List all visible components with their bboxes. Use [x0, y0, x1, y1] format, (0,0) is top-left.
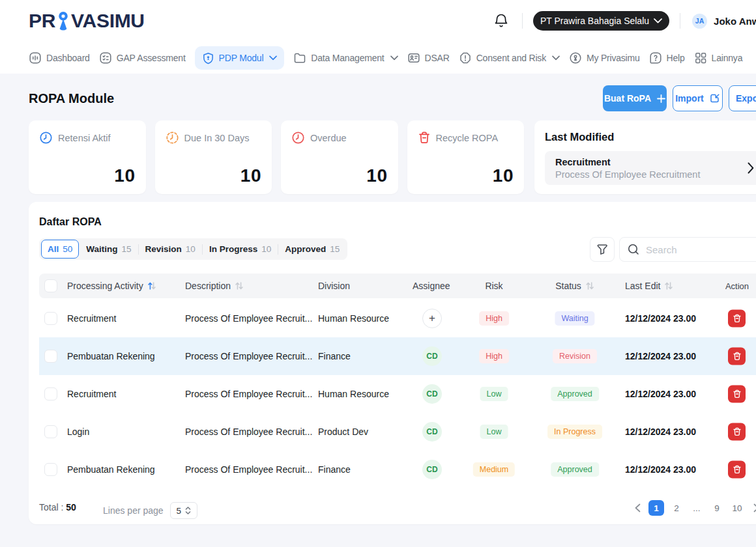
- stat-card-recycle-ropa[interactable]: Recycle ROPA 10: [407, 120, 525, 194]
- tab-waiting[interactable]: Waiting15: [80, 238, 138, 260]
- header-divider: [522, 13, 523, 29]
- chevron-left-icon: [635, 503, 641, 512]
- row-checkbox[interactable]: [44, 463, 57, 476]
- cell-description: Process Of Employee Recruit...: [185, 464, 312, 475]
- column-description[interactable]: Description: [185, 281, 244, 291]
- tab-in-progress[interactable]: In Progress10: [203, 238, 278, 260]
- row-checkbox[interactable]: [44, 312, 57, 325]
- clock-icon: [291, 131, 305, 145]
- daftar-ropa-card: Daftar ROPA All50Waiting15Revision10In P…: [29, 202, 756, 524]
- pagination: 12...910: [631, 500, 756, 516]
- logo-text-post: VASIMU: [71, 9, 145, 33]
- export-button[interactable]: Export: [729, 85, 756, 111]
- keyhole-logo-icon: [57, 10, 70, 32]
- import-icon: [710, 93, 720, 104]
- status-badge: Approved: [551, 387, 599, 401]
- table-row[interactable]: Login Process Of Employee Recruit... Pro…: [39, 413, 756, 451]
- stat-value: 10: [240, 165, 261, 186]
- delete-row-button[interactable]: [728, 386, 746, 403]
- assignee-avatar[interactable]: CD: [422, 460, 442, 479]
- table-row[interactable]: Pembuatan Rekening Process Of Employee R…: [39, 451, 756, 488]
- status-badge: Waiting: [555, 311, 594, 326]
- clock-dashed-icon: [166, 131, 179, 145]
- stat-card-header: Retensi Aktif: [39, 131, 111, 145]
- stat-card-due-in-30-days[interactable]: Due In 30 Days 10: [155, 120, 272, 194]
- column-division[interactable]: Division: [318, 281, 350, 291]
- column-last-edit[interactable]: Last Edit: [625, 281, 673, 291]
- page-button-2[interactable]: 2: [669, 500, 684, 516]
- select-all-checkbox[interactable]: [44, 279, 57, 292]
- table-row[interactable]: Recruitment Process Of Employee Recruit.…: [39, 375, 756, 413]
- page-button-10[interactable]: 10: [729, 500, 745, 516]
- assignee-avatar[interactable]: CD: [422, 422, 442, 442]
- stat-card-retensi-aktif[interactable]: Retensi Aktif 10: [29, 120, 146, 194]
- stepper-arrows-icon: [185, 507, 191, 514]
- cell-description: Process Of Employee Recruit...: [185, 351, 312, 361]
- chevron-right-icon: [748, 162, 754, 174]
- tab-revision[interactable]: Revision10: [139, 238, 202, 260]
- cell-last-edit: 12/12/2024 23.00: [625, 351, 696, 361]
- header-divider: [680, 13, 680, 29]
- alert-hexagon-icon: [459, 51, 472, 64]
- page-button-1[interactable]: 1: [648, 500, 664, 516]
- last-modified-item[interactable]: Recruitment Process Of Employee Recruitm…: [545, 151, 756, 185]
- nav-item-help[interactable]: Help: [649, 51, 685, 64]
- assignee-avatar[interactable]: CD: [422, 346, 442, 366]
- lines-per-page-stepper[interactable]: 5: [170, 502, 197, 519]
- nav-item-gap-assessment[interactable]: GAP Assessment: [99, 51, 186, 64]
- nav-item-consent-and-risk[interactable]: Consent and Risk: [459, 51, 560, 64]
- next-page-button[interactable]: [749, 500, 756, 516]
- folder-icon: [293, 51, 306, 64]
- add-assignee-button[interactable]: +: [422, 309, 442, 328]
- cell-description: Process Of Employee Recruit...: [185, 389, 312, 399]
- nav-item-lainnya[interactable]: Lainnya: [694, 51, 743, 64]
- table-row[interactable]: Recruitment Process Of Employee Recruit.…: [39, 300, 756, 337]
- delete-row-button[interactable]: [728, 348, 746, 365]
- search-input[interactable]: [646, 244, 756, 255]
- delete-row-button[interactable]: [728, 310, 746, 328]
- previous-page-button[interactable]: [631, 500, 644, 516]
- sort-icon: [147, 281, 156, 290]
- nav-item-dsar[interactable]: DSAR: [407, 51, 450, 64]
- filter-button[interactable]: [590, 237, 615, 262]
- lines-per-page-label: Lines per page: [103, 505, 164, 516]
- delete-row-button[interactable]: [728, 461, 746, 479]
- stat-value: 10: [114, 165, 135, 186]
- tab-approved[interactable]: Approved15: [278, 238, 346, 260]
- last-modified-title: Last Modified: [545, 131, 614, 143]
- sort-icon: [585, 281, 594, 290]
- create-ropa-button[interactable]: Buat RoPA: [603, 85, 667, 111]
- chevron-down-icon: [390, 55, 398, 61]
- table-row[interactable]: Pembuatan Rekening Process Of Employee R…: [39, 337, 756, 375]
- user-avatar[interactable]: JA: [692, 14, 707, 29]
- risk-badge: High: [479, 311, 509, 326]
- search-container: [619, 237, 756, 262]
- table-body: Recruitment Process Of Employee Recruit.…: [39, 300, 756, 488]
- trash-icon: [733, 465, 742, 475]
- shield-keyhole-icon: [202, 52, 214, 64]
- import-button[interactable]: Import: [673, 85, 723, 111]
- row-checkbox[interactable]: [44, 350, 57, 363]
- notification-bell-icon[interactable]: [494, 13, 508, 29]
- nav-item-dashboard[interactable]: Dashboard: [29, 51, 90, 64]
- column-status[interactable]: Status: [555, 281, 594, 291]
- row-checkbox[interactable]: [44, 387, 57, 400]
- assignee-avatar[interactable]: CD: [422, 384, 442, 404]
- nav-item-my-privasimu[interactable]: My Privasimu: [569, 51, 640, 64]
- nav-item-pdp-modul[interactable]: PDP Modul: [195, 46, 285, 70]
- stat-value: 10: [493, 165, 514, 186]
- cell-processing-activity: Pembuatan Rekening: [67, 464, 155, 475]
- status-filter-tabs: All50Waiting15Revision10In Progress10App…: [39, 238, 347, 260]
- delete-row-button[interactable]: [728, 423, 746, 441]
- column-assignee[interactable]: Assignee: [413, 281, 450, 291]
- nav-item-data-management[interactable]: Data Management: [293, 51, 398, 64]
- row-checkbox[interactable]: [44, 425, 57, 438]
- company-selector[interactable]: PT Prawira Bahagia Selalu: [533, 11, 669, 31]
- column-risk[interactable]: Risk: [485, 281, 502, 291]
- stat-card-header: Due In 30 Days: [166, 131, 250, 145]
- stat-card-overdue[interactable]: Overdue 10: [281, 120, 398, 194]
- tab-all[interactable]: All50: [41, 240, 79, 259]
- user-name: Joko Anwar: [714, 16, 756, 27]
- column-processing-activity[interactable]: Processing Activity: [67, 281, 156, 291]
- page-button-9[interactable]: 9: [709, 500, 725, 516]
